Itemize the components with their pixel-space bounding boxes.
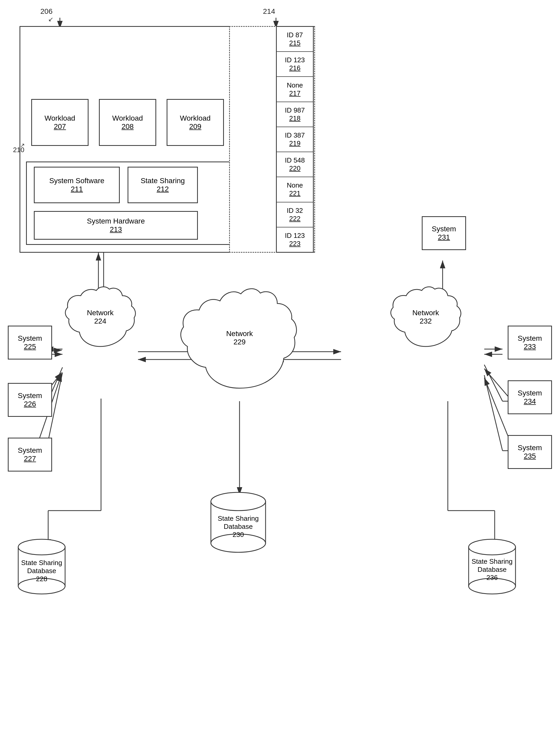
system-231-label: System: [432, 225, 456, 233]
workload-207-num: 207: [54, 123, 66, 131]
network-229-cloud: Network 229: [177, 284, 302, 400]
system-software-211-box: System Software 211: [34, 167, 120, 203]
workload-209-label: Workload: [180, 114, 211, 123]
state-sharing-db-230: State Sharing Database 230: [208, 487, 268, 555]
system-hardware-213-label: System Hardware: [87, 217, 145, 225]
svg-point-40: [211, 492, 265, 510]
id-87-label: ID 87: [277, 31, 313, 39]
network-232-num: 232: [420, 317, 432, 325]
system-231-num: 231: [438, 233, 450, 242]
workload-208-num: 208: [122, 123, 134, 131]
system-hardware-213-box: System Hardware 213: [34, 211, 198, 240]
network-229-num: 229: [234, 338, 246, 346]
system-225-label: System: [18, 334, 42, 343]
id-215-num: 215: [277, 39, 313, 47]
system-234-box: System 234: [508, 380, 552, 414]
network-224-cloud: Network 224: [63, 284, 138, 360]
db-230-line1: State Sharing: [208, 514, 268, 523]
system-231-box: System 231: [422, 216, 466, 250]
svg-point-43: [469, 539, 516, 555]
db-236-num: 236: [466, 574, 518, 582]
db-230-num: 230: [208, 531, 268, 539]
db-228-num: 228: [16, 575, 68, 583]
svg-point-37: [18, 539, 65, 555]
diagram: 206 ↙ 214 210 ↗ Workload 207 Workload 20…: [0, 0, 553, 756]
system-227-label: System: [18, 446, 42, 455]
db-228-line1: State Sharing: [16, 559, 68, 567]
system-235-label: System: [518, 443, 542, 452]
system-226-num: 226: [24, 400, 36, 408]
id-table-box: ID 87 215 ID 123 216 None 217 ID 987 218…: [276, 26, 314, 253]
system-233-box: System 233: [508, 326, 552, 359]
state-sharing-212-num: 212: [157, 185, 169, 193]
system-227-box: System 227: [8, 438, 52, 472]
workload-207-label: Workload: [45, 114, 75, 123]
network-232-label: Network: [412, 309, 439, 317]
db-228-line2: Database: [16, 567, 68, 575]
system-235-num: 235: [524, 452, 536, 460]
system-234-num: 234: [524, 397, 536, 406]
system-software-211-num: 211: [71, 185, 83, 193]
db-236-line2: Database: [466, 565, 518, 574]
system-233-label: System: [518, 334, 542, 343]
network-224-label: Network: [87, 309, 114, 317]
system-234-label: System: [518, 389, 542, 397]
db-230-line2: Database: [208, 523, 268, 531]
system-software-211-label: System Software: [49, 177, 104, 185]
db-236-line1: State Sharing: [466, 557, 518, 565]
state-sharing-212-box: State Sharing 212: [128, 167, 198, 203]
svg-line-27: [484, 365, 502, 401]
network-229-label: Network: [226, 330, 253, 338]
network-224-num: 224: [94, 317, 106, 325]
workload-207-box: Workload 207: [31, 99, 88, 146]
workload-209-box: Workload 209: [167, 99, 224, 146]
state-sharing-db-228: State Sharing Database 228: [16, 534, 68, 597]
system-225-num: 225: [24, 343, 36, 351]
system-hardware-213-num: 213: [110, 225, 122, 234]
ref-214-label: 214: [263, 7, 275, 16]
ref-206-label: 206: [41, 7, 53, 16]
system-226-label: System: [18, 392, 42, 400]
workload-209-num: 209: [189, 123, 202, 131]
system-227-num: 227: [24, 455, 36, 463]
system-233-num: 233: [524, 343, 536, 351]
svg-line-30: [484, 375, 502, 451]
system-226-box: System 226: [8, 383, 52, 417]
state-sharing-db-236: State Sharing Database 236: [466, 534, 518, 597]
system-225-box: System 225: [8, 326, 52, 359]
network-232-cloud: Network 232: [388, 284, 463, 360]
workload-208-label: Workload: [112, 114, 143, 123]
workload-208-box: Workload 208: [99, 99, 156, 146]
state-sharing-212-label: State Sharing: [141, 177, 185, 185]
system-235-box: System 235: [508, 435, 552, 469]
